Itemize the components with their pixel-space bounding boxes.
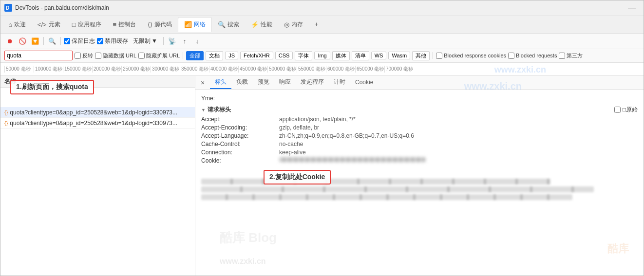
filter-type-css[interactable]: CSS bbox=[275, 52, 293, 59]
tab-search[interactable]: 🔍 搜索 bbox=[212, 18, 245, 32]
yme-row: Yme: bbox=[201, 95, 638, 102]
details-tab-cookie[interactable]: Cookie bbox=[350, 77, 378, 89]
timeline-mark-9: 500000 毫秒 bbox=[267, 66, 297, 73]
request-icon-2: {} bbox=[4, 120, 8, 126]
header-name-accept-encoding: Accept-Encoding: bbox=[201, 124, 279, 131]
requests-header: 名称 bbox=[0, 76, 195, 88]
details-panel: × 标头 负载 预览 响应 发起程序 计时 Cookie Yme: 请求标头 bbox=[195, 76, 644, 276]
third-party-checkbox[interactable]: 第三方 bbox=[559, 52, 583, 59]
yme-label: Yme: bbox=[201, 95, 279, 102]
timeline-mark-3: 200000 毫秒 bbox=[92, 66, 121, 73]
timeline-mark-13: 700000 毫秒 bbox=[384, 66, 414, 73]
filter-sep-2 bbox=[433, 52, 433, 59]
timeline-mark-7: 400000 毫秒 bbox=[209, 66, 238, 73]
details-tab-initiator[interactable]: 发起程序 bbox=[296, 76, 329, 89]
filter-type-ws[interactable]: WS bbox=[371, 52, 387, 59]
performance-icon: ⚡ bbox=[251, 21, 259, 28]
details-tabbar: × 标头 负载 预览 响应 发起程序 计时 Cookie bbox=[195, 76, 644, 90]
request-row-2[interactable]: {} quota?clienttype=0&app_id=250528&web=… bbox=[0, 118, 195, 129]
timeline-mark-1: 100000 毫秒 bbox=[34, 66, 63, 73]
timeline-mark-12: 650000 毫秒 bbox=[355, 66, 384, 73]
header-connection: Connection: keep-alive bbox=[201, 149, 638, 156]
download-button[interactable]: ↓ bbox=[192, 36, 203, 46]
filter-type-media[interactable]: 媒体 bbox=[332, 51, 350, 60]
tab-network[interactable]: 📶 网络 bbox=[178, 17, 212, 32]
throttle-dropdown[interactable]: 无限制 ▼ bbox=[130, 36, 160, 46]
header-cookie: Cookie: bbox=[201, 157, 638, 164]
search-button[interactable]: 🔍 bbox=[47, 36, 57, 46]
header-name-connection: Connection: bbox=[201, 149, 279, 156]
record-button[interactable]: ⏺ bbox=[4, 36, 15, 46]
tab-welcome[interactable]: ⌂ 欢迎 bbox=[2, 18, 32, 32]
toolbar-sep-2 bbox=[60, 37, 61, 45]
filter-button[interactable]: 🔽 bbox=[30, 36, 40, 46]
network-toolbar: ⏺ 🚫 🔽 🔍 保留日志 禁用缓存 无限制 ▼ 📡 ↑ ↓ bbox=[0, 34, 644, 49]
timeline-ruler: 50000 毫秒 100000 毫秒 150000 毫秒 200000 毫秒 2… bbox=[0, 63, 644, 76]
clear-button[interactable]: 🚫 bbox=[17, 36, 28, 46]
main-content: 1.刷新页面，搜索quota 名称 {} quota?clienttype=0&… bbox=[0, 76, 644, 276]
filter-type-fetch[interactable]: Fetch/XHR bbox=[240, 52, 273, 59]
header-value-accept: application/json, text/plain, */* bbox=[279, 116, 356, 123]
blocked-cookies-checkbox[interactable]: Blocked response cookies bbox=[436, 53, 506, 59]
inverse-checkbox[interactable]: 反转 bbox=[75, 52, 93, 59]
requests-spacer bbox=[0, 88, 195, 107]
cookie-row-3 bbox=[201, 194, 572, 200]
timeline-mark-4: 250000 毫秒 bbox=[121, 66, 151, 73]
hide-data-url-checkbox[interactable]: 隐藏数据 URL bbox=[95, 52, 136, 59]
svg-text:D: D bbox=[6, 5, 9, 11]
header-name-cookie: Cookie: bbox=[201, 157, 279, 164]
filter-type-other[interactable]: 其他 bbox=[412, 51, 430, 60]
tab-more[interactable]: + bbox=[309, 18, 324, 31]
search-input[interactable] bbox=[4, 51, 73, 60]
filter-type-clear[interactable]: 清单 bbox=[352, 51, 369, 60]
tab-sources[interactable]: ⟨⟩ 源代码 bbox=[142, 18, 178, 32]
annotation-step2: 2.复制此处Cookie bbox=[264, 170, 331, 184]
details-tab-preview[interactable]: 预览 bbox=[253, 76, 274, 89]
details-tab-headers[interactable]: 标头 bbox=[210, 76, 231, 89]
filter-type-all[interactable]: 全部 bbox=[186, 51, 204, 60]
filter-bar: 反转 隐藏数据 URL 隐藏扩展 URL 全部 文档 JS Fetch/XHR … bbox=[0, 49, 644, 63]
header-name-accept-language: Accept-Language: bbox=[201, 132, 279, 139]
header-name-accept: Accept: bbox=[201, 116, 279, 123]
tab-application[interactable]: □ 应用程序 bbox=[66, 18, 107, 32]
filter-type-font[interactable]: 字体 bbox=[295, 51, 312, 60]
header-value-accept-language: zh-CN,zh;q=0.9,en;q=0.8,en-GB;q=0.7,en-U… bbox=[279, 132, 414, 139]
header-value-cache-control: no-cache bbox=[279, 141, 303, 147]
preserve-log-checkbox[interactable]: 保留日志 bbox=[64, 37, 95, 45]
details-tab-timing[interactable]: 计时 bbox=[329, 76, 350, 89]
devtools-icon: D bbox=[4, 4, 12, 12]
blocked-requests-checkbox[interactable]: Blocked requests bbox=[508, 53, 557, 59]
timeline-mark-2: 150000 毫秒 bbox=[63, 66, 92, 73]
filter-type-img[interactable]: Img bbox=[314, 52, 330, 59]
header-value-connection: keep-alive bbox=[279, 149, 306, 156]
hide-ext-url-checkbox[interactable]: 隐藏扩展 URL bbox=[138, 52, 180, 59]
request-row-1[interactable]: {} quota?clienttype=0&app_id=250528&web=… bbox=[0, 107, 195, 118]
tab-elements[interactable]: </> 元素 bbox=[32, 18, 66, 32]
requests-panel: 名称 {} quota?clienttype=0&app_id=250528&w… bbox=[0, 76, 195, 276]
filter-type-wasm[interactable]: Wasm bbox=[388, 52, 410, 59]
toolbar-sep-3 bbox=[163, 37, 164, 45]
timeline-mark-5: 300000 毫秒 bbox=[151, 66, 180, 73]
raw-checkbox[interactable]: □原始 bbox=[614, 106, 638, 114]
home-icon: ⌂ bbox=[8, 21, 12, 28]
titlebar: D DevTools - pan.baidu.com/disk/main — bbox=[0, 0, 644, 16]
header-value-accept-encoding: gzip, deflate, br bbox=[279, 124, 319, 131]
elements-icon: </> bbox=[38, 21, 47, 28]
details-content: Yme: 请求标头 □原始 Accept: application/jso bbox=[195, 90, 644, 276]
tab-memory[interactable]: ◎ 内存 bbox=[278, 18, 309, 32]
console-icon: ≡ bbox=[113, 21, 117, 28]
tab-performance[interactable]: ⚡ 性能 bbox=[245, 18, 278, 32]
tab-console[interactable]: ≡ 控制台 bbox=[107, 18, 142, 32]
memory-icon: ◎ bbox=[284, 21, 289, 28]
details-close-button[interactable]: × bbox=[197, 77, 208, 88]
details-tab-payload[interactable]: 负载 bbox=[231, 76, 253, 89]
wifi-icon[interactable]: 📡 bbox=[167, 36, 177, 46]
disable-cache-checkbox[interactable]: 禁用缓存 bbox=[97, 37, 128, 45]
upload-button[interactable]: ↑ bbox=[179, 36, 190, 46]
cookie-row-1 bbox=[201, 179, 550, 184]
details-tab-response[interactable]: 响应 bbox=[274, 76, 296, 89]
window-minimize-button[interactable]: — bbox=[624, 3, 640, 12]
filter-type-js[interactable]: JS bbox=[225, 52, 238, 59]
filter-type-doc[interactable]: 文档 bbox=[206, 51, 223, 60]
request-icon-1: {} bbox=[4, 110, 8, 115]
